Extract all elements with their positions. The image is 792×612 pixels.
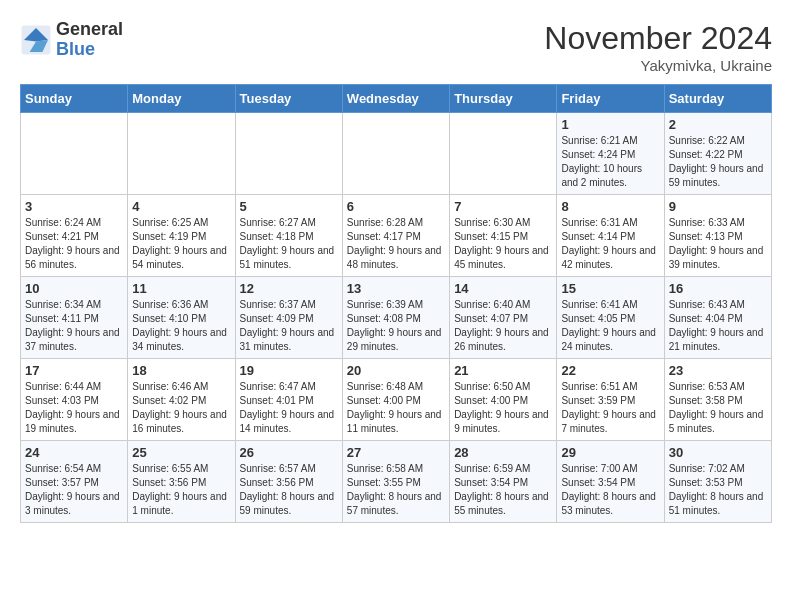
day-number: 26 — [240, 445, 338, 460]
day-info: Sunrise: 7:00 AM Sunset: 3:54 PM Dayligh… — [561, 462, 659, 518]
logo-icon — [20, 24, 52, 56]
calendar-cell: 13Sunrise: 6:39 AM Sunset: 4:08 PM Dayli… — [342, 277, 449, 359]
calendar-cell: 16Sunrise: 6:43 AM Sunset: 4:04 PM Dayli… — [664, 277, 771, 359]
calendar-cell: 5Sunrise: 6:27 AM Sunset: 4:18 PM Daylig… — [235, 195, 342, 277]
calendar-week-1: 1Sunrise: 6:21 AM Sunset: 4:24 PM Daylig… — [21, 113, 772, 195]
calendar-cell: 11Sunrise: 6:36 AM Sunset: 4:10 PM Dayli… — [128, 277, 235, 359]
calendar-cell: 12Sunrise: 6:37 AM Sunset: 4:09 PM Dayli… — [235, 277, 342, 359]
day-info: Sunrise: 6:39 AM Sunset: 4:08 PM Dayligh… — [347, 298, 445, 354]
day-info: Sunrise: 6:48 AM Sunset: 4:00 PM Dayligh… — [347, 380, 445, 436]
day-number: 25 — [132, 445, 230, 460]
calendar-cell — [450, 113, 557, 195]
day-number: 1 — [561, 117, 659, 132]
calendar-cell: 4Sunrise: 6:25 AM Sunset: 4:19 PM Daylig… — [128, 195, 235, 277]
calendar-cell — [128, 113, 235, 195]
day-info: Sunrise: 6:41 AM Sunset: 4:05 PM Dayligh… — [561, 298, 659, 354]
logo-line2: Blue — [56, 40, 123, 60]
calendar-week-2: 3Sunrise: 6:24 AM Sunset: 4:21 PM Daylig… — [21, 195, 772, 277]
calendar-week-3: 10Sunrise: 6:34 AM Sunset: 4:11 PM Dayli… — [21, 277, 772, 359]
day-info: Sunrise: 6:44 AM Sunset: 4:03 PM Dayligh… — [25, 380, 123, 436]
day-info: Sunrise: 6:57 AM Sunset: 3:56 PM Dayligh… — [240, 462, 338, 518]
day-number: 17 — [25, 363, 123, 378]
day-info: Sunrise: 6:28 AM Sunset: 4:17 PM Dayligh… — [347, 216, 445, 272]
logo-text: General Blue — [56, 20, 123, 60]
day-number: 27 — [347, 445, 445, 460]
calendar-cell: 7Sunrise: 6:30 AM Sunset: 4:15 PM Daylig… — [450, 195, 557, 277]
day-info: Sunrise: 6:55 AM Sunset: 3:56 PM Dayligh… — [132, 462, 230, 518]
day-number: 21 — [454, 363, 552, 378]
calendar-cell: 2Sunrise: 6:22 AM Sunset: 4:22 PM Daylig… — [664, 113, 771, 195]
header-day-wednesday: Wednesday — [342, 85, 449, 113]
day-number: 13 — [347, 281, 445, 296]
header-day-monday: Monday — [128, 85, 235, 113]
day-number: 11 — [132, 281, 230, 296]
day-number: 8 — [561, 199, 659, 214]
calendar-cell: 20Sunrise: 6:48 AM Sunset: 4:00 PM Dayli… — [342, 359, 449, 441]
calendar-cell: 9Sunrise: 6:33 AM Sunset: 4:13 PM Daylig… — [664, 195, 771, 277]
calendar-cell: 26Sunrise: 6:57 AM Sunset: 3:56 PM Dayli… — [235, 441, 342, 523]
location-subtitle: Yakymivka, Ukraine — [544, 57, 772, 74]
day-info: Sunrise: 6:58 AM Sunset: 3:55 PM Dayligh… — [347, 462, 445, 518]
day-number: 19 — [240, 363, 338, 378]
calendar-cell: 14Sunrise: 6:40 AM Sunset: 4:07 PM Dayli… — [450, 277, 557, 359]
day-number: 30 — [669, 445, 767, 460]
day-info: Sunrise: 6:36 AM Sunset: 4:10 PM Dayligh… — [132, 298, 230, 354]
calendar-cell: 17Sunrise: 6:44 AM Sunset: 4:03 PM Dayli… — [21, 359, 128, 441]
calendar-week-5: 24Sunrise: 6:54 AM Sunset: 3:57 PM Dayli… — [21, 441, 772, 523]
header-day-thursday: Thursday — [450, 85, 557, 113]
calendar-cell: 8Sunrise: 6:31 AM Sunset: 4:14 PM Daylig… — [557, 195, 664, 277]
calendar-cell: 21Sunrise: 6:50 AM Sunset: 4:00 PM Dayli… — [450, 359, 557, 441]
day-number: 23 — [669, 363, 767, 378]
day-number: 6 — [347, 199, 445, 214]
calendar-table: SundayMondayTuesdayWednesdayThursdayFrid… — [20, 84, 772, 523]
day-info: Sunrise: 6:51 AM Sunset: 3:59 PM Dayligh… — [561, 380, 659, 436]
day-number: 28 — [454, 445, 552, 460]
logo-line1: General — [56, 20, 123, 40]
day-info: Sunrise: 6:21 AM Sunset: 4:24 PM Dayligh… — [561, 134, 659, 190]
calendar-cell — [21, 113, 128, 195]
day-number: 22 — [561, 363, 659, 378]
calendar-cell: 30Sunrise: 7:02 AM Sunset: 3:53 PM Dayli… — [664, 441, 771, 523]
day-info: Sunrise: 6:37 AM Sunset: 4:09 PM Dayligh… — [240, 298, 338, 354]
day-info: Sunrise: 6:31 AM Sunset: 4:14 PM Dayligh… — [561, 216, 659, 272]
day-number: 20 — [347, 363, 445, 378]
calendar-cell: 22Sunrise: 6:51 AM Sunset: 3:59 PM Dayli… — [557, 359, 664, 441]
day-number: 14 — [454, 281, 552, 296]
day-info: Sunrise: 6:47 AM Sunset: 4:01 PM Dayligh… — [240, 380, 338, 436]
day-info: Sunrise: 6:25 AM Sunset: 4:19 PM Dayligh… — [132, 216, 230, 272]
day-info: Sunrise: 7:02 AM Sunset: 3:53 PM Dayligh… — [669, 462, 767, 518]
calendar-body: 1Sunrise: 6:21 AM Sunset: 4:24 PM Daylig… — [21, 113, 772, 523]
day-info: Sunrise: 6:24 AM Sunset: 4:21 PM Dayligh… — [25, 216, 123, 272]
day-info: Sunrise: 6:40 AM Sunset: 4:07 PM Dayligh… — [454, 298, 552, 354]
title-block: November 2024 Yakymivka, Ukraine — [544, 20, 772, 74]
calendar-cell: 10Sunrise: 6:34 AM Sunset: 4:11 PM Dayli… — [21, 277, 128, 359]
day-number: 12 — [240, 281, 338, 296]
calendar-cell: 1Sunrise: 6:21 AM Sunset: 4:24 PM Daylig… — [557, 113, 664, 195]
day-number: 24 — [25, 445, 123, 460]
calendar-cell — [342, 113, 449, 195]
calendar-cell: 25Sunrise: 6:55 AM Sunset: 3:56 PM Dayli… — [128, 441, 235, 523]
day-number: 5 — [240, 199, 338, 214]
calendar-cell: 29Sunrise: 7:00 AM Sunset: 3:54 PM Dayli… — [557, 441, 664, 523]
calendar-header: SundayMondayTuesdayWednesdayThursdayFrid… — [21, 85, 772, 113]
header-day-saturday: Saturday — [664, 85, 771, 113]
calendar-cell: 6Sunrise: 6:28 AM Sunset: 4:17 PM Daylig… — [342, 195, 449, 277]
calendar-cell: 15Sunrise: 6:41 AM Sunset: 4:05 PM Dayli… — [557, 277, 664, 359]
calendar-cell — [235, 113, 342, 195]
header-day-tuesday: Tuesday — [235, 85, 342, 113]
logo: General Blue — [20, 20, 123, 60]
header-day-friday: Friday — [557, 85, 664, 113]
day-number: 15 — [561, 281, 659, 296]
calendar-cell: 18Sunrise: 6:46 AM Sunset: 4:02 PM Dayli… — [128, 359, 235, 441]
month-title: November 2024 — [544, 20, 772, 57]
day-number: 16 — [669, 281, 767, 296]
day-info: Sunrise: 6:33 AM Sunset: 4:13 PM Dayligh… — [669, 216, 767, 272]
day-number: 4 — [132, 199, 230, 214]
day-number: 3 — [25, 199, 123, 214]
day-number: 18 — [132, 363, 230, 378]
day-info: Sunrise: 6:34 AM Sunset: 4:11 PM Dayligh… — [25, 298, 123, 354]
page-header: General Blue November 2024 Yakymivka, Uk… — [20, 20, 772, 74]
calendar-cell: 19Sunrise: 6:47 AM Sunset: 4:01 PM Dayli… — [235, 359, 342, 441]
day-info: Sunrise: 6:30 AM Sunset: 4:15 PM Dayligh… — [454, 216, 552, 272]
day-info: Sunrise: 6:43 AM Sunset: 4:04 PM Dayligh… — [669, 298, 767, 354]
